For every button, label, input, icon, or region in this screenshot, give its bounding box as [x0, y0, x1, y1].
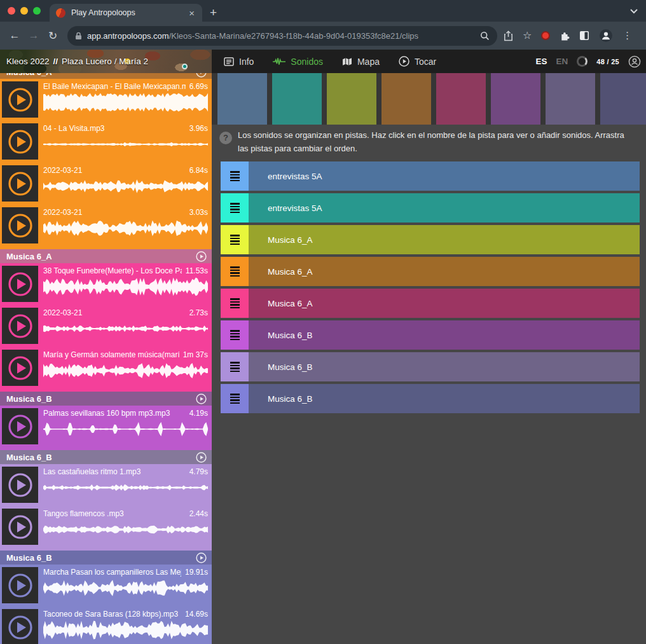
lang-en-button[interactable]: EN [556, 57, 568, 66]
clip-play-icon[interactable] [8, 129, 33, 154]
clip-play-icon[interactable] [8, 313, 33, 339]
browser-tab[interactable]: Play Antropoloops × [50, 4, 202, 22]
tab-sonidos[interactable]: Sonidos [273, 57, 323, 67]
address-bar[interactable]: app.antropoloops.com/Kleos-Santa-Marina/… [67, 26, 497, 46]
lang-es-button[interactable]: ES [535, 57, 547, 66]
drag-handle[interactable] [221, 257, 249, 286]
track-color-swatch[interactable] [381, 73, 431, 125]
track-name-area[interactable]: entrevistas 5A [249, 193, 640, 223]
clip-row[interactable]: 38 Toque Funebre(Muerte) - Los Doce Par.… [0, 263, 212, 305]
track-name-area[interactable]: Musica 6_A [249, 289, 640, 318]
clip-play-button[interactable] [2, 467, 38, 503]
mac-zoom-button[interactable] [33, 7, 41, 15]
drag-handle[interactable] [221, 289, 249, 318]
record-extension-icon[interactable] [541, 31, 550, 40]
clip-play-icon[interactable] [8, 213, 33, 238]
mac-minimize-button[interactable] [20, 7, 28, 15]
clip-play-icon[interactable] [8, 573, 33, 598]
track-name-area[interactable]: Musica 6_B [249, 320, 640, 350]
drag-handle[interactable] [221, 320, 249, 350]
track-color-swatch[interactable] [600, 73, 646, 125]
section-play-icon[interactable] [196, 394, 207, 404]
clip-row[interactable]: 2022-03-213.03s [0, 205, 212, 247]
clip-play-button[interactable] [2, 308, 38, 344]
clip-play-button[interactable] [2, 266, 38, 302]
profile-avatar-icon[interactable] [599, 29, 613, 43]
track-row[interactable]: entrevistas 5A [221, 193, 640, 223]
side-panel-icon[interactable] [579, 31, 589, 41]
section-play-icon[interactable] [196, 552, 207, 563]
reload-button[interactable]: ↻ [43, 29, 62, 43]
clip-play-icon[interactable] [8, 472, 33, 498]
clip-play-button[interactable] [2, 609, 38, 644]
clip-play-icon[interactable] [8, 355, 33, 381]
clip-row[interactable]: El Baile Mexicapan - El Baile Mexicapan.… [0, 79, 212, 121]
track-name-area[interactable]: Musica 6_A [249, 257, 640, 286]
section-play-icon[interactable] [196, 452, 207, 463]
track-color-swatch[interactable] [491, 73, 540, 125]
tab-close-icon[interactable]: × [188, 8, 196, 18]
account-icon[interactable] [628, 55, 641, 68]
clip-row[interactable]: 2022-03-216.84s [0, 163, 212, 205]
track-section-header[interactable]: Musica 6_B [0, 392, 212, 406]
track-row[interactable]: Musica 6_B [221, 320, 640, 350]
browser-menu-icon[interactable]: ⋮ [622, 30, 632, 41]
tab-mapa[interactable]: Mapa [342, 57, 380, 67]
forward-button[interactable]: → [24, 29, 43, 42]
track-name-area[interactable]: Musica 6_B [249, 352, 640, 381]
clip-play-button[interactable] [2, 408, 38, 444]
back-button[interactable]: ← [5, 29, 24, 42]
clip-row[interactable]: Marcha Pasan los campanilleros Las Mejor… [0, 565, 212, 606]
track-color-swatch[interactable] [436, 73, 486, 125]
clip-row[interactable]: Taconeo de Sara Baras (128 kbps).mp314.6… [0, 606, 212, 644]
tab-info[interactable]: Info [224, 57, 254, 67]
search-zoom-icon[interactable] [480, 31, 490, 41]
track-row[interactable]: Musica 6_A [221, 225, 640, 254]
mac-close-button[interactable] [8, 7, 15, 15]
clip-play-button[interactable] [2, 81, 38, 118]
track-color-swatch[interactable] [546, 73, 595, 125]
clip-play-button[interactable] [2, 123, 38, 160]
chevron-down-icon[interactable] [629, 8, 638, 14]
track-name-area[interactable]: Musica 6_A [249, 225, 640, 254]
track-name-area[interactable]: entrevistas 5A [249, 161, 640, 191]
track-section-header[interactable]: Musica 6_A [0, 73, 212, 79]
track-name-area[interactable]: Musica 6_B [249, 384, 640, 413]
clip-play-button[interactable] [2, 567, 38, 603]
clip-play-icon[interactable] [8, 414, 33, 439]
clip-play-icon[interactable] [8, 514, 33, 540]
breadcrumb[interactable]: Kleos 2022//Plaza Lucero / María 2 [0, 57, 148, 66]
share-icon[interactable] [504, 31, 513, 41]
track-section-header[interactable]: Musica 6_A [0, 249, 212, 263]
drag-handle[interactable] [221, 384, 249, 413]
section-play-icon[interactable] [196, 251, 207, 262]
clip-play-icon[interactable] [8, 171, 33, 196]
track-row[interactable]: Musica 6_A [221, 289, 640, 318]
clip-row[interactable]: Palmas sevillanas 160 bpm mp3.mp34.19s [0, 406, 212, 448]
clip-row[interactable]: Las castañuelas ritmo 1.mp34.79s [0, 464, 212, 506]
section-play-icon[interactable] [196, 73, 207, 78]
track-row[interactable]: entrevistas 5A [221, 161, 640, 191]
clip-row[interactable]: María y Germán solamente música(maría 2.… [0, 347, 212, 389]
clip-row[interactable]: Tangos flamencos .mp32.44s [0, 506, 212, 548]
track-row[interactable]: Musica 6_B [221, 352, 640, 381]
track-section-header[interactable]: Musica 6_B [0, 551, 212, 565]
bookmark-star-icon[interactable]: ☆ [523, 31, 532, 41]
drag-handle[interactable] [221, 352, 249, 381]
drag-handle[interactable] [221, 225, 249, 254]
drag-handle[interactable] [221, 161, 249, 191]
new-tab-button[interactable]: + [210, 4, 217, 22]
track-row[interactable]: Musica 6_A [221, 257, 640, 286]
drag-handle[interactable] [221, 193, 249, 223]
track-color-swatch[interactable] [217, 73, 267, 125]
clip-row[interactable]: 04 - La Visita.mp33.96s [0, 121, 212, 163]
clip-play-icon[interactable] [8, 271, 33, 297]
tab-tocar[interactable]: Tocar [399, 56, 436, 67]
track-color-swatch[interactable] [327, 73, 376, 125]
clip-play-icon[interactable] [8, 615, 33, 640]
clip-play-button[interactable] [2, 509, 38, 545]
track-row[interactable]: Musica 6_B [221, 384, 640, 413]
clip-play-button[interactable] [2, 207, 38, 243]
clip-play-icon[interactable] [8, 87, 33, 113]
track-color-swatch[interactable] [272, 73, 322, 125]
